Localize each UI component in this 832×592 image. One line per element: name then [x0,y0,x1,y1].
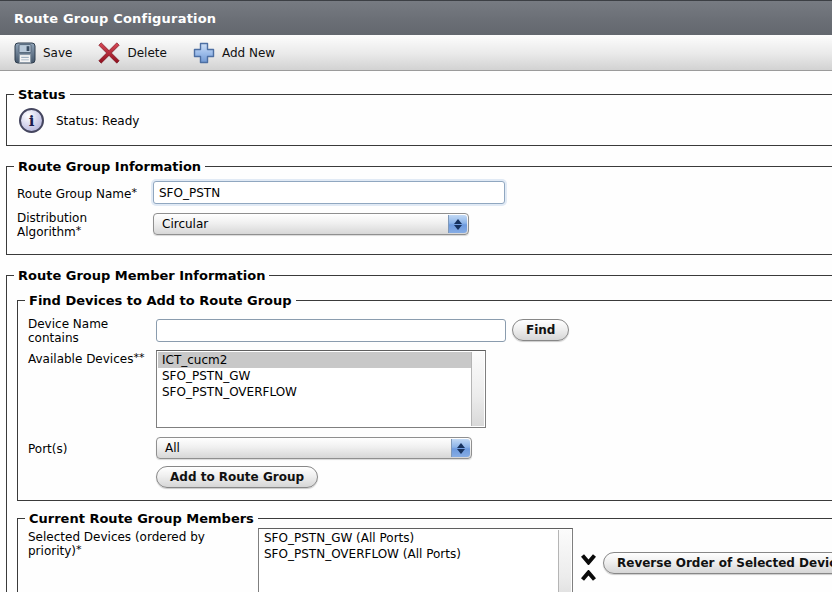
route-group-name-label: Route Group Name* [17,185,153,201]
required-marker: * [76,543,82,556]
list-item[interactable]: SFO_PSTN_OVERFLOW [158,384,471,400]
select-stepper-icon [451,439,470,457]
list-item[interactable]: SFO_PSTN_GW [158,368,471,384]
scrollbar[interactable] [471,352,484,426]
distribution-algorithm-label: Distribution Algorithm* [17,209,153,239]
save-button[interactable]: Save [10,40,76,66]
ports-label: Port(s) [28,440,156,456]
delete-label: Delete [127,46,166,60]
available-devices-listbox[interactable]: ICT_cucm2 SFO_PSTN_GW SFO_PSTN_OVERFLOW [156,350,486,428]
move-down-icon[interactable] [581,554,596,565]
route-group-member-information-legend: Route Group Member Information [14,268,269,283]
save-label: Save [43,46,72,60]
page-title-bar: Route Group Configuration [0,0,832,35]
device-name-contains-row: Device Name contains Find [28,315,832,345]
available-devices-label: Available Devices** [28,350,156,366]
add-to-route-group-row: Add to Route Group [156,466,832,488]
required-marker: ** [133,351,144,364]
ports-value: All [165,441,180,455]
required-marker: * [131,186,137,199]
available-devices-row: Available Devices** ICT_cucm2 SFO_PSTN_G… [28,350,832,428]
selected-devices-listbox[interactable]: SFO_PSTN_GW (All Ports) SFO_PSTN_OVERFLO… [258,528,573,592]
find-devices-section: Find Devices to Add to Route Group Devic… [17,293,832,501]
scrollbar[interactable] [558,530,571,592]
selected-devices-row: Selected Devices (ordered by priority)* … [28,528,832,592]
list-item[interactable]: ICT_cucm2 [158,352,471,368]
current-route-group-members-legend: Current Route Group Members [25,511,258,526]
device-name-contains-input[interactable] [156,319,506,342]
device-name-contains-label: Device Name contains [28,315,156,345]
route-group-member-information-section: Route Group Member Information Find Devi… [6,268,832,592]
list-item[interactable]: SFO_PSTN_OVERFLOW (All Ports) [260,546,558,562]
distribution-algorithm-select[interactable]: Circular [153,213,469,235]
add-new-label: Add New [222,46,275,60]
ports-row: Port(s) All [28,437,832,459]
page-title: Route Group Configuration [14,11,216,26]
move-up-icon[interactable] [581,570,596,581]
status-section: Status i Status: Ready [6,87,832,146]
selected-devices-label: Selected Devices (ordered by priority)* [28,528,258,558]
add-new-plus-icon [193,42,215,64]
list-item[interactable]: SFO_PSTN_GW (All Ports) [260,530,558,546]
find-devices-legend: Find Devices to Add to Route Group [25,293,296,308]
distribution-algorithm-value: Circular [162,217,208,231]
status-text: Status: Ready [56,114,139,128]
find-button[interactable]: Find [512,319,569,341]
info-circle-icon: i [19,108,44,133]
status-row: i Status: Ready [17,104,832,135]
delete-red-x-icon [98,42,120,64]
route-group-name-input[interactable] [153,181,505,204]
status-legend: Status [14,87,70,102]
distribution-algorithm-row: Distribution Algorithm* Circular [17,209,832,239]
required-marker: * [76,224,82,237]
reorder-controls [581,554,596,581]
delete-button[interactable]: Delete [94,40,170,66]
route-group-information-legend: Route Group Information [14,159,205,174]
current-route-group-members-section: Current Route Group Members Selected Dev… [17,511,832,592]
reverse-order-button[interactable]: Reverse Order of Selected Devices [603,552,832,574]
route-group-information-section: Route Group Information Route Group Name… [6,159,832,255]
toolbar: Save Delete [0,35,832,71]
add-to-route-group-button[interactable]: Add to Route Group [156,466,318,488]
page-content: Status i Status: Ready Route Group Infor… [0,71,832,592]
select-stepper-icon [448,215,467,233]
save-floppy-icon [14,42,36,64]
ports-select[interactable]: All [156,437,472,459]
route-group-name-row: Route Group Name* [17,181,832,204]
add-new-button[interactable]: Add New [189,40,279,66]
